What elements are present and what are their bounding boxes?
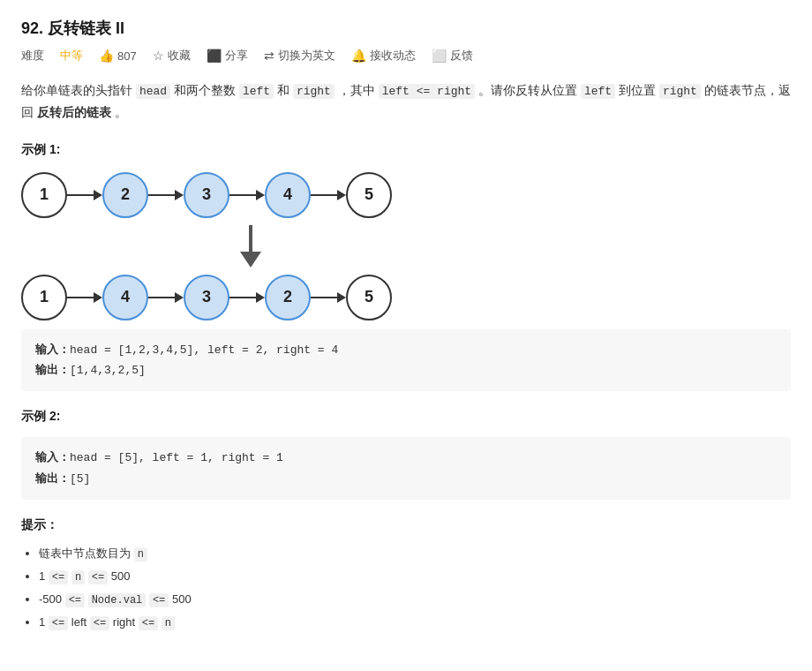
arrow-0 (67, 190, 102, 200)
example1-input-value: head = [1,2,3,4,5], left = 2, right = 4 (70, 343, 338, 357)
node-1: 4 (102, 275, 148, 320)
node-0: 1 (21, 172, 67, 218)
right-code: right (293, 84, 335, 99)
share-icon: ⬛ (207, 49, 222, 63)
meta-row: 难度 中等 👍 807 ☆ 收藏 ⬛ 分享 ⇄ 切换为英文 🔔 接收动态 ⬜ 反… (21, 48, 791, 64)
node-0: 1 (21, 275, 67, 320)
collect-label: 收藏 (168, 48, 191, 64)
bell-icon: 🔔 (351, 49, 366, 63)
node-1: 2 (102, 172, 148, 218)
difficulty-value: 中等 (60, 48, 83, 64)
diagram-area: 12345 14325 (21, 172, 791, 320)
bold-text: 反转后的链表 (37, 105, 111, 119)
example1-input-label: 输入： (35, 343, 70, 357)
node-3: 2 (265, 275, 311, 320)
example2-input: 输入：head = [5], left = 1, right = 1 (35, 448, 777, 468)
star-icon: ☆ (153, 49, 164, 63)
down-arrow (233, 225, 268, 268)
down-arrow-container (21, 225, 268, 268)
node-4: 5 (346, 172, 392, 218)
share-button[interactable]: ⬛ 分享 (207, 48, 248, 64)
hint-item-0: 链表中节点数目为 n (39, 542, 791, 565)
notifications-button[interactable]: 🔔 接收动态 (351, 48, 416, 64)
example1-output: 输出：[1,4,3,2,5] (35, 360, 777, 381)
left-code: left (239, 84, 274, 99)
example2-input-label: 输入： (35, 451, 70, 464)
example1-block: 输入：head = [1,2,3,4,5], left = 2, right =… (21, 329, 791, 392)
example1-output-label: 输出： (35, 364, 70, 377)
feedback-button[interactable]: ⬜ 反馈 (432, 48, 473, 64)
description: 给你单链表的头指针 head 和两个整数 left 和 right ，其中 le… (21, 79, 791, 124)
example2-output-value: [5] (70, 472, 90, 486)
hint-item-1: 1 <= n <= 500 (39, 565, 791, 588)
arrow-1 (148, 292, 184, 303)
arrow-3 (311, 190, 346, 200)
example2-output: 输出：[5] (35, 469, 777, 489)
feedback-icon: ⬜ (432, 49, 447, 63)
arrow-2 (229, 292, 265, 303)
arrow-2 (229, 190, 265, 200)
example2-output-label: 输出： (35, 472, 70, 486)
list-row-bottom: 14325 (21, 275, 392, 320)
share-label: 分享 (225, 48, 248, 64)
difficulty-label: 难度 (21, 48, 44, 64)
condition-code: left <= right (379, 84, 475, 99)
likes-count: 807 (117, 49, 137, 63)
hint-item-2: -500 <= Node.val <= 500 (39, 588, 791, 611)
list-row-top: 12345 (21, 172, 392, 218)
problem-title: 92. 反转链表 II (21, 18, 124, 39)
switch-lang-label: 切换为英文 (278, 48, 335, 64)
likes-item[interactable]: 👍 807 (99, 49, 137, 63)
arrow-3 (311, 292, 346, 303)
example1-output-value: [1,4,3,2,5] (70, 364, 146, 377)
node-3: 4 (265, 172, 311, 218)
hints-list: 链表中节点数目为 n1 <= n <= 500-500 <= Node.val … (21, 542, 791, 634)
head-code: head (136, 84, 170, 99)
example1-input: 输入：head = [1,2,3,4,5], left = 2, right =… (35, 340, 777, 360)
node-2: 3 (184, 275, 229, 320)
example1-title: 示例 1: (21, 142, 791, 158)
node-4: 5 (346, 275, 392, 320)
hints-section: 提示： 链表中节点数目为 n1 <= n <= 500-500 <= Node.… (21, 517, 791, 634)
right-pos-code: right (659, 84, 701, 99)
notifications-label: 接收动态 (370, 48, 416, 64)
collect-button[interactable]: ☆ 收藏 (153, 48, 191, 64)
down-arrow-body (249, 225, 252, 252)
example2-title: 示例 2: (21, 409, 791, 425)
switch-lang-button[interactable]: ⇄ 切换为英文 (264, 48, 335, 64)
thumb-up-icon: 👍 (99, 49, 114, 63)
translate-icon: ⇄ (264, 49, 274, 63)
hints-title: 提示： (21, 517, 791, 533)
down-arrow-head (240, 252, 261, 268)
arrow-1 (148, 190, 184, 200)
example2-input-value: head = [5], left = 1, right = 1 (70, 451, 283, 464)
title-row: 92. 反转链表 II (21, 18, 791, 39)
node-2: 3 (184, 172, 229, 218)
hint-item-3: 1 <= left <= right <= n (39, 611, 791, 634)
left-pos-code: left (581, 84, 615, 99)
feedback-label: 反馈 (450, 48, 473, 64)
arrow-0 (67, 292, 102, 303)
example2-block: 输入：head = [5], left = 1, right = 1 输出：[5… (21, 437, 791, 500)
